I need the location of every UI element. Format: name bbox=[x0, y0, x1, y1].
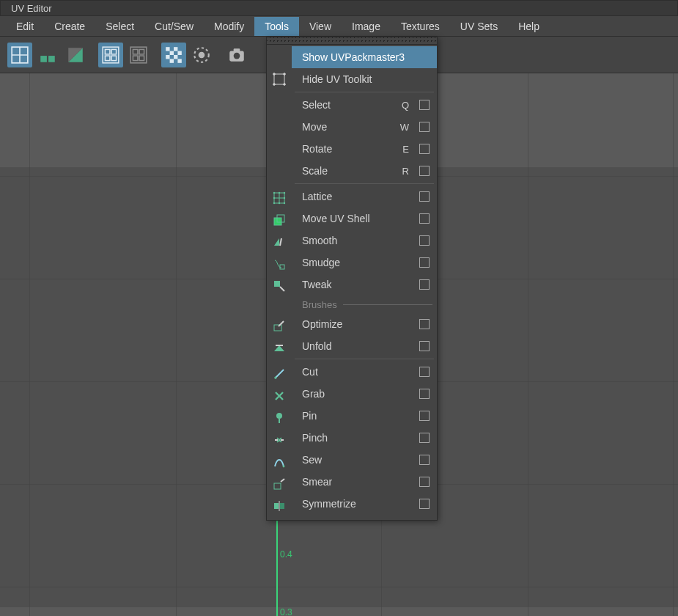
menu-hide-uv-toolkit[interactable]: Hide UV Toolkit bbox=[292, 68, 437, 90]
svg-rect-6 bbox=[105, 49, 110, 54]
smudge-icon bbox=[267, 253, 292, 275]
svg-rect-1 bbox=[40, 56, 47, 62]
svg-rect-51 bbox=[274, 483, 281, 489]
menu-show-uvpackmaster[interactable]: Show UVPackmaster3 bbox=[292, 46, 437, 68]
svg-point-48 bbox=[274, 376, 276, 378]
tweak-icon bbox=[267, 275, 292, 297]
svg-point-24 bbox=[199, 51, 205, 58]
option-box[interactable] bbox=[419, 367, 430, 377]
svg-rect-8 bbox=[105, 56, 110, 61]
option-box[interactable] bbox=[419, 455, 430, 465]
menu-tool-optimize[interactable]: Optimize bbox=[292, 313, 437, 335]
menu-tool-select[interactable]: Select Q bbox=[292, 94, 437, 116]
menu-tool-pinch[interactable]: Pinch bbox=[292, 427, 437, 449]
shortcut-label: Q bbox=[402, 100, 409, 111]
tb-uv-grid-1-icon[interactable] bbox=[7, 43, 32, 67]
menu-tool-move-uv-shell[interactable]: Move UV Shell bbox=[292, 208, 437, 230]
menu-tool-tweak[interactable]: Tweak bbox=[292, 274, 437, 296]
svg-rect-18 bbox=[177, 51, 181, 54]
tb-uv-checker-icon[interactable] bbox=[161, 43, 186, 67]
tb-uv-tile-toggle-icon[interactable] bbox=[98, 43, 123, 67]
menu-tool-cut[interactable]: Cut bbox=[292, 361, 437, 383]
option-box[interactable] bbox=[419, 213, 430, 224]
menu-modify[interactable]: Modify bbox=[204, 17, 254, 36]
menu-tool-move[interactable]: Move W bbox=[292, 116, 437, 138]
pin-icon bbox=[267, 407, 292, 429]
menu-section-brushes: Brushes bbox=[292, 296, 437, 313]
optimize-icon bbox=[267, 315, 292, 337]
svg-rect-21 bbox=[170, 59, 174, 62]
tb-uv-grid-2-icon[interactable] bbox=[35, 43, 60, 67]
grab-icon bbox=[267, 385, 292, 407]
option-box[interactable] bbox=[419, 279, 430, 290]
tb-uv-tile-off-icon[interactable] bbox=[126, 43, 151, 67]
svg-rect-13 bbox=[133, 56, 138, 61]
menu-tool-smooth[interactable]: Smooth bbox=[292, 230, 437, 252]
pinch-icon bbox=[267, 429, 292, 451]
menu-tool-smudge[interactable]: Smudge bbox=[292, 252, 437, 274]
menu-cutsew[interactable]: Cut/Sew bbox=[144, 17, 204, 36]
option-box[interactable] bbox=[419, 191, 430, 202]
svg-rect-19 bbox=[166, 55, 169, 59]
menu-tool-sew[interactable]: Sew bbox=[292, 449, 437, 471]
option-box[interactable] bbox=[419, 477, 430, 487]
option-box[interactable] bbox=[419, 389, 430, 399]
menu-tool-lattice[interactable]: Lattice bbox=[292, 186, 437, 208]
dropdown-tear-off-handle[interactable] bbox=[267, 37, 437, 45]
svg-rect-28 bbox=[274, 74, 284, 84]
svg-rect-11 bbox=[133, 49, 138, 54]
option-box[interactable] bbox=[419, 166, 430, 176]
svg-point-39 bbox=[273, 202, 275, 204]
menu-create[interactable]: Create bbox=[44, 17, 95, 36]
menu-tool-smear[interactable]: Smear bbox=[292, 471, 437, 493]
tb-snapshot-icon[interactable] bbox=[224, 43, 249, 67]
uv-axis-label: 0.4 bbox=[280, 549, 292, 560]
option-box[interactable] bbox=[419, 257, 430, 268]
tb-uv-grid-3-icon[interactable] bbox=[63, 43, 88, 67]
svg-rect-52 bbox=[274, 503, 279, 509]
option-box[interactable] bbox=[419, 122, 430, 132]
svg-rect-7 bbox=[111, 49, 117, 54]
option-box[interactable] bbox=[419, 341, 430, 351]
menu-tool-symmetrize[interactable]: Symmetrize bbox=[292, 493, 437, 515]
menu-view[interactable]: View bbox=[299, 17, 342, 36]
shortcut-label: E bbox=[402, 144, 409, 155]
window-titlebar: UV Editor bbox=[0, 0, 678, 16]
svg-rect-12 bbox=[139, 49, 144, 54]
menu-select[interactable]: Select bbox=[95, 17, 144, 36]
svg-rect-44 bbox=[280, 265, 284, 269]
symmetrize-icon bbox=[267, 495, 292, 517]
svg-point-32 bbox=[284, 84, 286, 86]
menu-tool-scale[interactable]: Scale R bbox=[292, 160, 437, 182]
option-box[interactable] bbox=[419, 144, 430, 154]
svg-rect-42 bbox=[274, 218, 281, 225]
menu-tool-rotate[interactable]: Rotate E bbox=[292, 138, 437, 160]
svg-rect-14 bbox=[139, 56, 144, 61]
menu-help[interactable]: Help bbox=[508, 17, 550, 36]
option-box[interactable] bbox=[419, 319, 430, 329]
menu-uvsets[interactable]: UV Sets bbox=[450, 17, 508, 36]
menu-tools[interactable]: Tools bbox=[254, 17, 299, 36]
uv-axis-label: 0.3 bbox=[280, 607, 292, 616]
menu-separator bbox=[295, 359, 434, 359]
tb-isolate-select-icon[interactable] bbox=[189, 43, 214, 67]
svg-point-37 bbox=[273, 197, 275, 199]
svg-rect-20 bbox=[174, 55, 177, 59]
svg-point-29 bbox=[273, 73, 276, 76]
menu-image[interactable]: Image bbox=[342, 17, 391, 36]
menu-tool-pin[interactable]: Pin bbox=[292, 405, 437, 427]
option-box[interactable] bbox=[419, 411, 430, 421]
svg-rect-53 bbox=[280, 503, 284, 509]
svg-point-36 bbox=[284, 192, 285, 194]
svg-point-35 bbox=[279, 192, 280, 194]
menu-edit[interactable]: Edit bbox=[6, 17, 44, 36]
menu-tool-unfold[interactable]: Unfold bbox=[292, 335, 437, 357]
option-box[interactable] bbox=[419, 235, 430, 246]
menu-textures[interactable]: Textures bbox=[391, 17, 450, 36]
svg-rect-46 bbox=[274, 325, 281, 331]
shortcut-label: W bbox=[400, 122, 409, 133]
menu-tool-grab[interactable]: Grab bbox=[292, 383, 437, 405]
option-box[interactable] bbox=[419, 499, 430, 509]
option-box[interactable] bbox=[419, 100, 430, 110]
option-box[interactable] bbox=[419, 433, 430, 443]
